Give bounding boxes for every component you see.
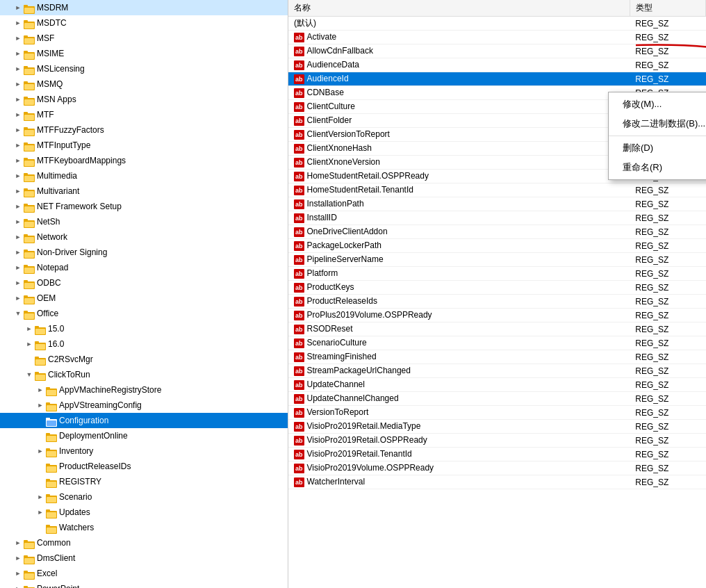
tree-item[interactable]: ► 16.0 [0, 336, 288, 352]
tree-item[interactable]: ▼ ClickToRun [0, 367, 288, 382]
expand-icon[interactable]: ► [35, 491, 46, 503]
tree-item[interactable]: ► Multivariant [0, 183, 288, 199]
expand-icon[interactable] [35, 476, 46, 487]
table-row[interactable]: abRSODResetREG_SZ [288, 322, 706, 336]
tree-item[interactable]: ► ODBC [0, 275, 288, 291]
tree-item[interactable]: ► MSIME [0, 46, 288, 61]
tree-item[interactable]: ► MTFKeyboardMappings [0, 153, 288, 168]
expand-icon[interactable]: ► [35, 384, 46, 395]
tree-item[interactable]: ► PowerPoint [0, 581, 288, 588]
expand-icon[interactable] [35, 430, 46, 441]
expand-icon[interactable]: ► [13, 216, 24, 227]
tree-item[interactable]: ► Common [0, 535, 288, 550]
expand-icon[interactable]: ► [13, 94, 24, 105]
table-row[interactable]: abVisioPro2019Retail.MediaTypeREG_SZ [288, 420, 706, 434]
tree-item[interactable]: ► Multimedia [0, 168, 288, 183]
table-row[interactable]: abPackageLockerPathREG_SZ [288, 239, 706, 253]
expand-icon[interactable]: ► [13, 124, 24, 136]
expand-icon[interactable]: ► [13, 48, 24, 59]
expand-icon[interactable] [35, 415, 46, 426]
registry-tree[interactable]: ► MSDRM► MSDTC► MSF► MSIME► MSLicensing►… [0, 0, 288, 588]
table-row[interactable]: abHomeStudentRetail.TenantIdREG_SZ [288, 183, 706, 197]
tree-item[interactable]: ► MSMQ [0, 76, 288, 92]
tree-item[interactable]: ► MSDTC [0, 15, 288, 31]
table-row[interactable]: (默认)REG_SZ [288, 17, 706, 31]
tree-item[interactable]: C2RSvcMgr [0, 352, 288, 367]
expand-icon[interactable]: ► [13, 553, 24, 564]
expand-icon[interactable]: ► [35, 400, 46, 411]
expand-icon[interactable] [35, 522, 46, 533]
tree-item[interactable]: ► Inventory [0, 443, 288, 459]
expand-icon[interactable]: ► [13, 170, 24, 181]
expand-icon[interactable]: ► [35, 507, 46, 518]
expand-icon[interactable]: ► [35, 446, 46, 457]
tree-item[interactable]: ProductReleaseIDs [0, 459, 288, 474]
table-row[interactable]: abStreamingFinishedREG_SZ [288, 350, 706, 364]
tree-item[interactable]: ► MSF [0, 31, 288, 46]
tree-item[interactable]: ► MTFFuzzyFactors [0, 122, 288, 138]
tree-item[interactable]: DeploymentOnline [0, 428, 288, 443]
tree-item[interactable]: ► Scenario [0, 489, 288, 505]
table-row[interactable]: abInstallIDREG_SZ [288, 211, 706, 225]
table-row[interactable]: abVisioPro2019Retail.TenantIdREG_SZ [288, 448, 706, 462]
tree-item[interactable]: ► DmsClient [0, 550, 288, 566]
expand-icon[interactable]: ► [13, 79, 24, 90]
expand-icon[interactable]: ► [13, 186, 24, 197]
expand-icon[interactable]: ► [13, 201, 24, 212]
table-row[interactable]: abVisioPro2019Retail.OSPPReadyREG_SZ [288, 434, 706, 448]
tree-item[interactable]: ► MSN Apps [0, 92, 288, 107]
tree-item[interactable]: ► Excel [0, 566, 288, 581]
expand-icon[interactable]: ► [13, 568, 24, 579]
expand-icon[interactable]: ► [24, 323, 35, 334]
expand-icon[interactable]: ► [13, 247, 24, 258]
tree-item[interactable]: Watchers [0, 520, 288, 535]
table-row[interactable]: abProductReleaseIdsREG_SZ [288, 295, 706, 309]
collapse-icon[interactable]: ▼ [13, 308, 24, 319]
table-row[interactable]: abAudienceIdREG_SZ [288, 72, 706, 86]
expand-icon[interactable]: ► [13, 231, 24, 243]
table-row[interactable]: abActivateREG_SZ [288, 31, 706, 44]
tree-item[interactable]: ► Notepad [0, 260, 288, 275]
tree-item[interactable]: ► AppVStreamingConfig [0, 398, 288, 413]
expand-icon[interactable]: ► [13, 155, 24, 166]
collapse-icon[interactable]: ▼ [24, 369, 35, 380]
table-row[interactable]: abUpdateChannelChangedREG_SZ [288, 392, 706, 406]
expand-icon[interactable]: ► [13, 140, 24, 151]
table-row[interactable]: abWatcherIntervalREG_SZ [288, 475, 706, 489]
expand-icon[interactable]: ► [13, 277, 24, 288]
tree-item[interactable]: ► Network [0, 229, 288, 245]
tree-item[interactable]: ► AppVMachineRegistryStore [0, 382, 288, 398]
expand-icon[interactable]: ► [13, 2, 24, 13]
table-row[interactable]: abPipelineServerNameREG_SZ [288, 253, 706, 267]
expand-icon[interactable]: ► [13, 583, 24, 588]
menu-item-modify[interactable]: 修改(M)... [609, 95, 706, 114]
table-row[interactable]: abInstallationPathREG_SZ [288, 197, 706, 211]
expand-icon[interactable]: ► [13, 293, 24, 304]
expand-icon[interactable]: ► [13, 537, 24, 548]
tree-item[interactable]: ► OEM [0, 291, 288, 306]
table-row[interactable]: abVersionToReportREG_SZ [288, 406, 706, 420]
tree-item[interactable]: ► MTFInputType [0, 138, 288, 153]
tree-item[interactable]: ► MTF [0, 107, 288, 122]
tree-item[interactable]: ► MSDRM [0, 0, 288, 15]
tree-item[interactable]: ► MSLicensing [0, 61, 288, 76]
table-row[interactable]: abAllowCdnFallbackREG_SZ [288, 44, 706, 58]
expand-icon[interactable] [24, 354, 35, 365]
tree-item[interactable]: Configuration [0, 413, 288, 428]
expand-icon[interactable]: ► [13, 17, 24, 28]
tree-item[interactable]: ► NetSh [0, 214, 288, 229]
tree-item[interactable]: ► Non-Driver Signing [0, 245, 288, 260]
table-row[interactable]: abStreamPackageUrlChangedREG_SZ [288, 364, 706, 378]
table-row[interactable]: abProPlus2019Volume.OSPPReadyREG_SZ [288, 309, 706, 322]
table-row[interactable]: abScenarioCultureREG_SZ [288, 336, 706, 350]
table-row[interactable]: abProductKeysREG_SZ [288, 281, 706, 295]
table-row[interactable]: abPlatformREG_SZ [288, 267, 706, 281]
expand-icon[interactable]: ► [13, 33, 24, 44]
tree-item[interactable]: REGISTRY [0, 474, 288, 489]
table-row[interactable]: abOneDriveClientAddonREG_SZ [288, 225, 706, 239]
menu-item-modify-binary[interactable]: 修改二进制数据(B)... [609, 114, 706, 133]
expand-icon[interactable] [35, 461, 46, 472]
tree-item[interactable]: ▼ Office [0, 306, 288, 321]
expand-icon[interactable]: ► [13, 109, 24, 120]
tree-item[interactable]: ► Updates [0, 505, 288, 520]
